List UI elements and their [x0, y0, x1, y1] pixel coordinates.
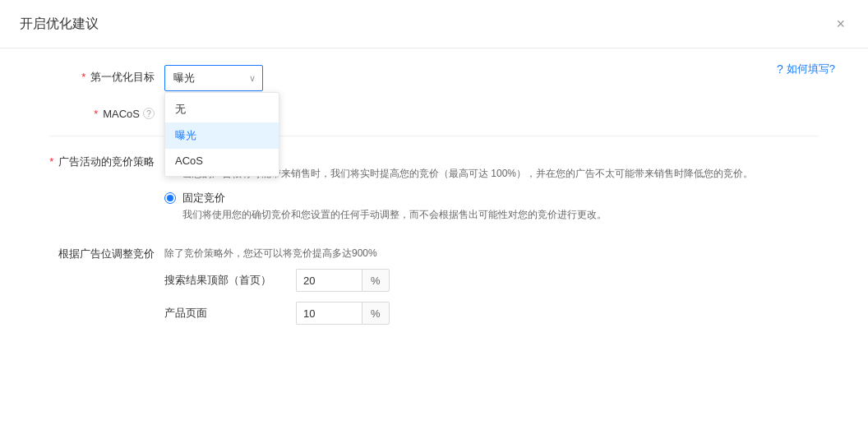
strategy-label-fixed: 固定竞价: [182, 191, 607, 205]
bid-row-2-input[interactable]: [296, 302, 362, 325]
bid-row-1: 搜索结果顶部（首页） %: [164, 269, 819, 292]
bid-row-1-unit: %: [362, 269, 390, 292]
bid-row-1-label: 搜索结果顶部（首页）: [164, 273, 296, 288]
bid-adjust-note: 除了竞价策略外，您还可以将竞价提高多达900%: [164, 247, 819, 261]
required-star-2: *: [94, 108, 98, 120]
strategy-option-2-text: 固定竞价 我们将使用您的确切竞价和您设置的任何手动调整，而不会根据售出可能性对您…: [182, 191, 607, 222]
dialog-title: 开启优化建议: [20, 16, 99, 33]
chevron-down-icon: ∨: [249, 73, 256, 84]
bid-row-2-unit: %: [362, 302, 390, 325]
bid-row-2: 产品页面 %: [164, 302, 819, 325]
field4-row: 根据广告位调整竞价 除了竞价策略外，您还可以将竞价提高多达900% 搜索结果顶部…: [49, 247, 819, 335]
close-button[interactable]: ×: [833, 13, 848, 35]
dropdown-item-none[interactable]: 无: [165, 96, 279, 122]
dropdown-item-acos[interactable]: ACoS: [165, 149, 279, 173]
field1-select-wrapper: 曝光 ∨ 无 曝光 ACoS: [164, 65, 263, 91]
field2-label: * MACoS ?: [49, 108, 164, 120]
dropdown-menu: 无 曝光 ACoS: [164, 92, 279, 177]
strategy-option-2: 固定竞价 我们将使用您的确切竞价和您设置的任何手动调整，而不会根据售出可能性对您…: [164, 191, 819, 222]
bid-row-1-input-wrapper: %: [296, 269, 390, 292]
field1-row: * 第一优化目标 曝光 ∨ 无 曝光 ACoS: [49, 65, 819, 91]
bid-row-2-input-wrapper: %: [296, 302, 390, 325]
dialog-container: 开启优化建议 × ? 如何填写? * 第一优化目标 曝光 ∨ 无: [0, 0, 868, 434]
bid-row-1-input[interactable]: [296, 269, 362, 292]
dropdown-item-exposure[interactable]: 曝光: [165, 122, 279, 149]
dialog-body: ? 如何填写? * 第一优化目标 曝光 ∨ 无 曝光 ACoS: [0, 48, 868, 374]
field1-content: 曝光 ∨ 无 曝光 ACoS: [164, 65, 819, 91]
field1-selected-value: 曝光: [173, 71, 195, 85]
field4-label: 根据广告位调整竞价: [49, 247, 164, 261]
field1-select[interactable]: 曝光 ∨: [164, 65, 263, 91]
strategy-desc-fixed: 我们将使用您的确切竞价和您设置的任何手动调整，而不会根据售出可能性对您的竞价进行…: [182, 207, 607, 222]
bid-row-2-label: 产品页面: [164, 306, 296, 321]
radio-fixed[interactable]: [164, 192, 176, 204]
field4-content: 除了竞价策略外，您还可以将竞价提高多达900% 搜索结果顶部（首页） % 产品页…: [164, 247, 819, 335]
info-icon[interactable]: ?: [143, 108, 155, 119]
required-star: *: [81, 71, 85, 83]
dialog-header: 开启优化建议 ×: [0, 0, 868, 48]
required-star-3: *: [49, 155, 53, 168]
field3-label: * 广告活动的竞价策略: [49, 150, 164, 169]
field1-label: * 第一优化目标: [49, 65, 164, 85]
